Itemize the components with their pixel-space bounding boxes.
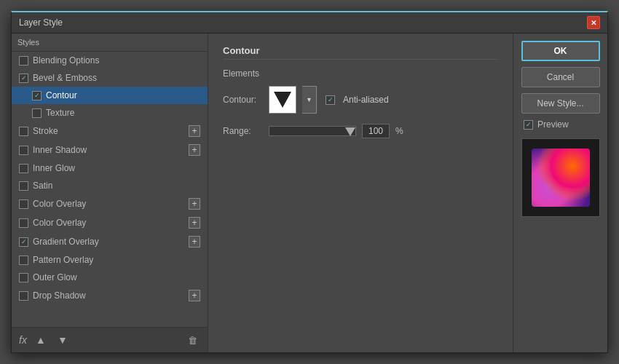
antialias-checkbox[interactable]: [326, 95, 335, 105]
add-btn-drop-shadow[interactable]: +: [189, 290, 200, 301]
label-inner-glow: Inner Glow: [33, 163, 75, 173]
checkbox-drop-shadow[interactable]: [19, 291, 28, 301]
dialog-title: Layer Style: [19, 17, 63, 28]
sidebar-item-pattern-overlay[interactable]: Pattern Overlay: [12, 251, 208, 269]
label-outer-glow: Outer Glow: [33, 272, 77, 282]
add-btn-gradient-overlay[interactable]: +: [189, 236, 200, 248]
sidebar-item-contour[interactable]: Contour: [12, 87, 208, 104]
sub-section-title: Elements: [223, 68, 498, 79]
label-satin: Satin: [33, 181, 52, 191]
contour-preview[interactable]: [269, 86, 296, 114]
sidebar-item-drop-shadow[interactable]: Drop Shadow+: [12, 286, 208, 305]
range-slider-thumb: [345, 127, 355, 136]
contour-label: Contour:: [223, 95, 263, 105]
checkbox-inner-shadow[interactable]: [19, 146, 28, 155]
sidebar-item-gradient-overlay[interactable]: Gradient Overlay+: [12, 232, 208, 251]
label-pattern-overlay: Pattern Overlay: [33, 255, 93, 265]
label-inner-shadow: Inner Shadow: [33, 145, 87, 155]
antialias-row: Anti-aliased: [326, 95, 389, 105]
label-contour: Contour: [46, 90, 77, 100]
label-drop-shadow: Drop Shadow: [33, 290, 86, 301]
delete-button[interactable]: 🗑: [184, 332, 200, 348]
middle-panel: Contour Elements Contour: ▼ Anti-aliased…: [208, 33, 513, 352]
add-btn-color-overlay-2[interactable]: +: [189, 217, 200, 229]
move-up-button[interactable]: ▲: [33, 332, 49, 348]
move-down-button[interactable]: ▼: [55, 332, 71, 348]
sidebar-item-texture[interactable]: Texture: [12, 104, 208, 122]
preview-checkbox[interactable]: [524, 120, 533, 130]
label-color-overlay-1: Color Overlay: [33, 199, 86, 209]
sidebar-item-stroke[interactable]: Stroke+: [12, 122, 208, 141]
svg-rect-1: [532, 149, 590, 207]
label-texture: Texture: [46, 108, 74, 118]
checkbox-stroke[interactable]: [19, 127, 28, 136]
checkbox-inner-glow[interactable]: [19, 164, 28, 173]
antialias-label: Anti-aliased: [343, 95, 389, 105]
right-panel: OK Cancel New Style... Preview: [513, 33, 607, 352]
sidebar-item-outer-glow[interactable]: Outer Glow: [12, 269, 208, 286]
range-row: Range: 100 %: [223, 124, 498, 138]
checkbox-gradient-overlay[interactable]: [19, 237, 28, 247]
contour-shape-icon: [274, 92, 291, 108]
sidebar-item-inner-glow[interactable]: Inner Glow: [12, 159, 208, 177]
checkbox-contour[interactable]: [32, 91, 42, 100]
add-btn-inner-shadow[interactable]: +: [189, 144, 200, 156]
label-gradient-overlay: Gradient Overlay: [33, 237, 99, 247]
sidebar-item-bevel-emboss[interactable]: Bevel & Emboss: [12, 69, 208, 87]
checkbox-blending-options[interactable]: [19, 56, 28, 66]
range-value[interactable]: 100: [362, 124, 390, 138]
checkbox-texture[interactable]: [32, 108, 42, 118]
contour-dropdown[interactable]: ▼: [302, 86, 317, 114]
preview-label: Preview: [537, 119, 569, 130]
styles-header: Styles: [12, 33, 208, 52]
close-button[interactable]: ✕: [587, 16, 600, 29]
thumb-image: [532, 149, 590, 207]
cancel-button[interactable]: Cancel: [521, 67, 600, 87]
panel-footer: fx ▲ ▼ 🗑: [12, 327, 208, 352]
styles-list: Blending OptionsBevel & EmbossContourTex…: [12, 52, 208, 327]
sidebar-item-blending-options[interactable]: Blending Options: [12, 52, 208, 69]
sidebar-item-color-overlay-2[interactable]: Color Overlay+: [12, 213, 208, 232]
add-btn-stroke[interactable]: +: [189, 125, 200, 137]
preview-thumbnail: [521, 138, 600, 217]
title-bar: Layer Style ✕: [12, 12, 607, 33]
add-btn-color-overlay-1[interactable]: +: [189, 198, 200, 210]
sidebar-item-color-overlay-1[interactable]: Color Overlay+: [12, 194, 208, 213]
contour-row: Contour: ▼ Anti-aliased: [223, 86, 498, 114]
checkbox-color-overlay-1[interactable]: [19, 199, 28, 209]
label-color-overlay-2: Color Overlay: [33, 218, 86, 228]
new-style-button[interactable]: New Style...: [521, 93, 600, 114]
dialog-body: Styles Blending OptionsBevel & EmbossCon…: [12, 33, 607, 352]
ok-button[interactable]: OK: [521, 41, 600, 61]
sidebar-item-satin[interactable]: Satin: [12, 177, 208, 194]
checkbox-outer-glow[interactable]: [19, 273, 28, 282]
range-slider[interactable]: [269, 126, 356, 136]
checkbox-satin[interactable]: [19, 181, 28, 191]
fx-label[interactable]: fx: [19, 334, 27, 346]
sidebar-item-inner-shadow[interactable]: Inner Shadow+: [12, 141, 208, 159]
range-unit: %: [395, 126, 403, 136]
label-bevel-emboss: Bevel & Emboss: [33, 73, 97, 83]
section-title: Contour: [223, 45, 498, 60]
label-stroke: Stroke: [33, 126, 58, 136]
left-panel: Styles Blending OptionsBevel & EmbossCon…: [12, 33, 208, 352]
checkbox-color-overlay-2[interactable]: [19, 218, 28, 228]
preview-section: Preview: [524, 119, 569, 130]
label-blending-options: Blending Options: [33, 55, 99, 66]
checkbox-bevel-emboss[interactable]: [19, 74, 28, 83]
layer-style-dialog: Layer Style ✕ Styles Blending OptionsBev…: [11, 11, 608, 353]
checkbox-pattern-overlay[interactable]: [19, 256, 28, 265]
range-label: Range:: [223, 126, 263, 136]
